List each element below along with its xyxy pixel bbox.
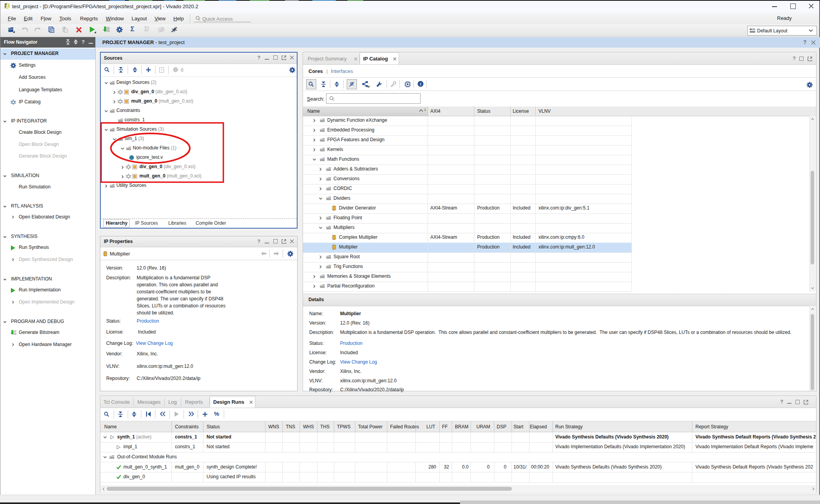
svg-text:10: 10 bbox=[107, 30, 109, 32]
svg-text:10: 10 bbox=[14, 333, 16, 335]
svg-text:01: 01 bbox=[107, 28, 109, 30]
svg-text:?: ? bbox=[160, 68, 162, 72]
